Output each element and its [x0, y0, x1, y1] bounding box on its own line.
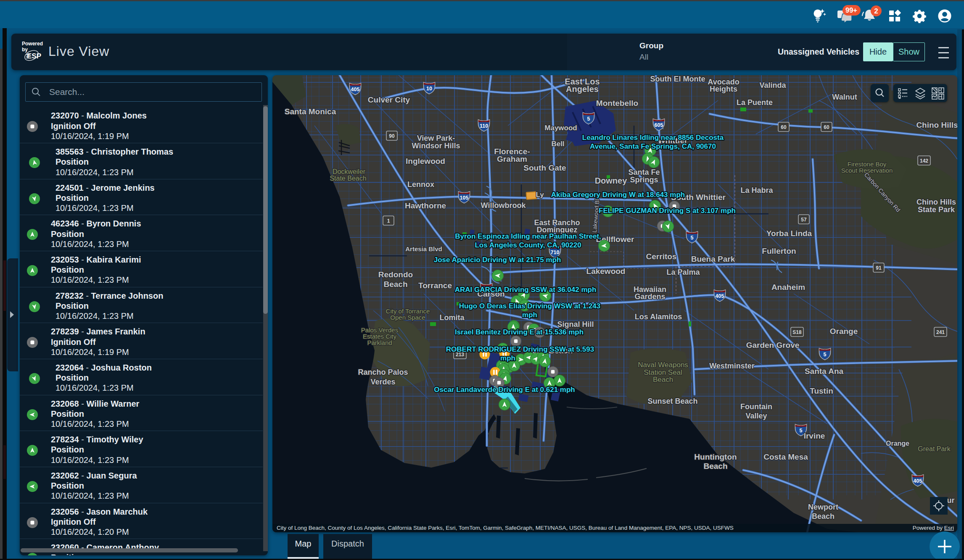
svg-text:Newport: Newport	[808, 503, 838, 511]
svg-text:Orange: Orange	[830, 327, 858, 336]
svg-text:Ly: Ly	[536, 191, 544, 199]
svg-text:S18: S18	[792, 329, 802, 335]
svg-text:South El Monte: South El Monte	[650, 75, 705, 83]
svg-text:Anaheim: Anaheim	[771, 283, 805, 292]
svg-text:Montebello: Montebello	[596, 99, 638, 108]
svg-text:142: 142	[920, 158, 928, 164]
svg-text:Open Space: Open Space	[390, 314, 425, 321]
svg-text:Lennox: Lennox	[407, 180, 434, 189]
svg-text:5: 5	[800, 428, 803, 434]
svg-text:1: 1	[387, 218, 390, 224]
svg-text:Jose Aparicio Driving W at 21: Jose Aparicio Driving W at 21.75 mph	[434, 256, 561, 264]
svg-text:10: 10	[426, 86, 432, 92]
svg-text:Beach: Beach	[812, 512, 835, 521]
svg-text:Maywood: Maywood	[544, 124, 577, 132]
svg-text:Los Alamitos: Los Alamitos	[635, 313, 682, 321]
svg-text:Naval Weapons: Naval Weapons	[638, 361, 688, 369]
svg-text:Lakewood: Lakewood	[586, 267, 626, 276]
svg-text:405: 405	[351, 87, 360, 92]
svg-text:Beach: Beach	[383, 280, 407, 289]
svg-text:Chino Hills: Chino Hills	[916, 121, 957, 129]
svg-text:Redondo: Redondo	[378, 270, 413, 279]
svg-text:Avenue, Santa Fe Springs, CA,: Avenue, Santa Fe Springs, CA, 90670	[590, 142, 716, 150]
svg-text:Parkland: Parkland	[367, 339, 392, 346]
svg-text:Gardens: Gardens	[634, 292, 665, 301]
svg-text:mph: mph	[522, 311, 537, 319]
svg-text:Hugo O Deras Elias Driving WSW: Hugo O Deras Elias Driving WSW at 1.243	[459, 302, 600, 310]
svg-text:Leandro Linares Idling near 88: Leandro Linares Idling near 8856 Decosta	[582, 134, 724, 142]
svg-text:ARAI GARCIA Driving SSW at 36.: ARAI GARCIA Driving SSW at 36.042 mph	[455, 286, 597, 294]
svg-text:Inglewood: Inglewood	[406, 157, 445, 166]
svg-text:91: 91	[876, 265, 882, 271]
svg-text:Verdes: Verdes	[370, 378, 395, 386]
svg-text:mph: mph	[500, 354, 515, 362]
svg-text:ROBERT RODRIGUEZ Driving SSW a: ROBERT RODRIGUEZ Driving SSW at 5.593	[446, 345, 594, 353]
svg-text:Buena Park: Buena Park	[691, 255, 735, 263]
svg-text:Akiba Gregory Driving W at 18.: Akiba Gregory Driving W at 18.643 mph	[551, 191, 685, 199]
svg-text:Heights: Heights	[710, 85, 737, 93]
svg-text:Westminster: Westminster	[709, 362, 755, 370]
svg-text:Artesia Blvd: Artesia Blvd	[405, 245, 442, 252]
svg-text:2: 2	[874, 7, 878, 15]
svg-text:Tustin: Tustin	[810, 386, 833, 395]
svg-text:241: 241	[936, 329, 945, 335]
svg-text:Torrance: Torrance	[418, 281, 452, 290]
svg-text:La Puente: La Puente	[737, 98, 773, 107]
svg-text:La Palma: La Palma	[666, 268, 700, 276]
svg-text:105: 105	[460, 195, 469, 201]
svg-text:Fullerton: Fullerton	[762, 247, 796, 255]
svg-text:Los Angeles County, CA, 90220: Los Angeles County, CA, 90220	[475, 241, 581, 249]
svg-text:90: 90	[389, 133, 395, 139]
svg-text:Orange: Orange	[886, 440, 909, 447]
svg-text:Oscar Landaverde Driving E at: Oscar Landaverde Driving E at 0.621 mph	[434, 386, 575, 394]
svg-text:Angeles: Angeles	[566, 84, 599, 94]
svg-text:FELIPE GUZMAN Driving S at 3.1: FELIPE GUZMAN Driving S at 3.107 mph	[599, 207, 736, 215]
svg-text:Israel Benitez Driving E at 15: Israel Benitez Driving E at 15.536 mph	[455, 328, 584, 336]
svg-text:405: 405	[716, 293, 724, 299]
svg-text:Culver City: Culver City	[368, 95, 410, 104]
svg-text:Windsor Hills: Windsor Hills	[412, 142, 460, 150]
svg-text:Yorba Linda: Yorba Linda	[766, 229, 812, 238]
svg-text:Santa Fe: Santa Fe	[628, 168, 660, 176]
svg-text:Valinda: Valinda	[759, 81, 786, 89]
svg-text:Willowbrook: Willowbrook	[481, 201, 526, 210]
svg-text:Downey: Downey	[595, 176, 628, 185]
svg-text:State Park: State Park	[918, 205, 955, 214]
svg-text:View Park-: View Park-	[417, 134, 455, 142]
svg-text:Springs: Springs	[630, 176, 658, 184]
svg-text:Huntington: Huntington	[694, 452, 737, 461]
svg-text:Rancho Palos: Rancho Palos	[358, 368, 408, 376]
svg-text:Lomita: Lomita	[439, 313, 465, 322]
svg-text:Santa Monica: Santa Monica	[285, 107, 336, 116]
svg-text:Graham: Graham	[497, 155, 527, 163]
svg-text:5: 5	[824, 352, 827, 358]
svg-text:Walnut: Walnut	[832, 93, 857, 101]
svg-text:Beach: Beach	[653, 376, 673, 384]
svg-text:South Gate: South Gate	[523, 163, 566, 172]
svg-text:Byron Espinoza Idling near Pau: Byron Espinoza Idling near Paulhan Stree…	[455, 232, 601, 240]
svg-text:Signal Hill: Signal Hill	[557, 320, 594, 329]
svg-text:Chino Hills: Chino Hills	[916, 198, 956, 206]
svg-text:State Beach: State Beach	[330, 175, 366, 182]
svg-text:Irvine: Irvine	[804, 431, 825, 440]
svg-text:Sunset Beach: Sunset Beach	[647, 397, 697, 405]
svg-text:Santa Ana: Santa Ana	[805, 367, 844, 376]
svg-text:Hawthorne: Hawthorne	[405, 201, 446, 210]
svg-text:Dockweiler: Dockweiler	[333, 168, 366, 175]
svg-text:Costa Mesa: Costa Mesa	[763, 452, 808, 461]
svg-text:60: 60	[781, 124, 787, 130]
svg-text:99+: 99+	[845, 6, 857, 14]
svg-text:710: 710	[551, 250, 560, 255]
svg-text:Cerritos: Cerritos	[646, 252, 677, 261]
svg-text:La Habra: La Habra	[740, 186, 773, 195]
svg-text:5: 5	[691, 235, 694, 241]
svg-text:Bell: Bell	[551, 140, 564, 148]
svg-text:605: 605	[655, 122, 663, 128]
svg-text:Beach: Beach	[703, 462, 727, 471]
svg-text:110: 110	[480, 123, 488, 129]
svg-text:5: 5	[587, 116, 590, 122]
svg-text:57: 57	[801, 217, 807, 223]
svg-text:Garden Grove: Garden Grove	[746, 341, 800, 350]
svg-text:Great Park: Great Park	[918, 445, 951, 452]
svg-text:405: 405	[914, 478, 922, 484]
